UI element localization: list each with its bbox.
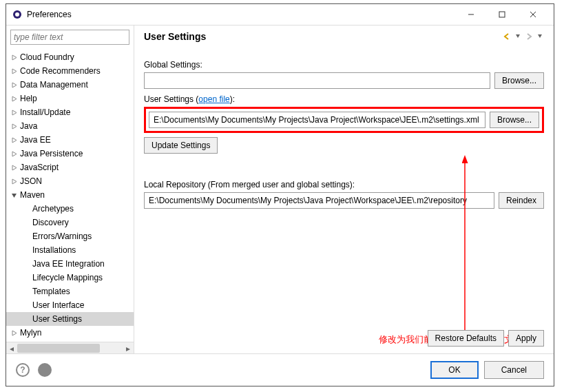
user-settings-label-prefix: User Settings ( [144, 94, 198, 104]
chevron-right-icon [21, 287, 31, 296]
page-header: User Settings [134, 25, 554, 48]
tree-item-mylyn[interactable]: Mylyn [6, 326, 134, 340]
tree-item-label: Java EE Integration [32, 259, 105, 269]
tree-item-help[interactable]: Help [6, 92, 134, 105]
svg-rect-3 [499, 12, 505, 17]
chevron-right-icon[interactable] [9, 121, 19, 131]
close-button[interactable] [517, 5, 548, 24]
tree-item-user-settings[interactable]: User Settings [6, 312, 134, 326]
local-repo-input[interactable] [144, 192, 494, 209]
local-repo-row: Reindex [144, 192, 544, 209]
tree-item-label: Install/Update [20, 107, 70, 117]
record-icon[interactable] [38, 363, 52, 377]
tree-item-java-ee[interactable]: Java EE [6, 133, 134, 147]
tree-item-label: User Settings [32, 314, 82, 324]
tree-item-javascript[interactable]: JavaScript [6, 161, 134, 174]
horizontal-scrollbar[interactable]: ◂ ▸ [6, 342, 134, 353]
user-settings-browse-button[interactable]: Browse... [490, 112, 539, 128]
global-settings-input[interactable] [144, 72, 490, 89]
tree-item-code-recommenders[interactable]: Code Recommenders [6, 64, 134, 78]
tree-item-label: JavaScript [20, 163, 59, 172]
chevron-down-icon[interactable] [9, 190, 19, 200]
tree-item-installations[interactable]: Installations [6, 243, 134, 257]
user-settings-input[interactable] [149, 112, 485, 128]
tree-item-label: Errors/Warnings [32, 231, 92, 241]
scroll-right-icon[interactable]: ▸ [123, 342, 134, 354]
forward-icon[interactable] [525, 32, 533, 41]
cancel-button[interactable]: Cancel [484, 361, 544, 379]
tree-item-label: Java [20, 121, 37, 131]
tree-item-templates[interactable]: Templates [6, 285, 134, 298]
chevron-right-icon[interactable] [9, 176, 19, 186]
tree-item-label: Code Recommenders [20, 66, 101, 76]
tree-item-java-persistence[interactable]: Java Persistence [6, 147, 134, 161]
chevron-right-icon [21, 273, 31, 282]
global-settings-row: Browse... [144, 72, 544, 89]
preferences-dialog: Preferences Cloud FoundryCode Recommende… [6, 3, 554, 386]
preferences-tree[interactable]: Cloud FoundryCode RecommendersData Manag… [6, 49, 134, 342]
chevron-right-icon[interactable] [9, 80, 19, 90]
tree-item-label: Discovery [32, 218, 69, 227]
chevron-right-icon [21, 204, 31, 214]
chevron-right-icon[interactable] [9, 135, 19, 145]
scrollbar-thumb[interactable] [17, 344, 100, 353]
titlebar: Preferences [6, 4, 554, 25]
page-title: User Settings [144, 31, 503, 42]
chevron-right-icon[interactable] [9, 66, 19, 76]
chevron-right-icon[interactable] [9, 94, 19, 103]
global-settings-browse-button[interactable]: Browse... [494, 72, 544, 89]
back-dropdown-icon[interactable] [514, 32, 522, 41]
tree-item-cloud-foundry[interactable]: Cloud Foundry [6, 50, 134, 64]
tree-item-java-ee-integration[interactable]: Java EE Integration [6, 257, 134, 271]
user-settings-label-suffix: ): [230, 94, 235, 104]
footer: ? OK Cancel [6, 353, 554, 386]
tree-item-label: Data Management [20, 80, 88, 90]
app-icon [12, 9, 23, 20]
maximize-button[interactable] [486, 5, 517, 24]
chevron-right-icon [21, 314, 31, 324]
tree-item-label: Lifecycle Mappings [32, 273, 103, 282]
filter-input[interactable] [10, 30, 129, 45]
chevron-right-icon [21, 245, 31, 255]
help-icon[interactable]: ? [16, 363, 30, 377]
tree-item-maven[interactable]: Maven [6, 188, 134, 202]
minimize-button[interactable] [455, 5, 486, 24]
tree-item-label: Help [20, 94, 37, 103]
forward-dropdown-icon[interactable] [536, 32, 544, 41]
tree-item-label: Java Persistence [20, 149, 83, 158]
chevron-right-icon[interactable] [9, 107, 19, 117]
update-settings-button[interactable]: Update Settings [144, 137, 218, 154]
local-repo-label: Local Repository (From merged user and g… [144, 180, 544, 189]
tree-item-json[interactable]: JSON [6, 174, 134, 188]
apply-button[interactable]: Apply [508, 330, 544, 347]
ok-button[interactable]: OK [430, 361, 478, 379]
tree-item-discovery[interactable]: Discovery [6, 216, 134, 229]
chevron-right-icon[interactable] [9, 52, 19, 62]
tree-item-user-interface[interactable]: User Interface [6, 298, 134, 312]
restore-defaults-button[interactable]: Restore Defaults [428, 330, 504, 347]
back-icon[interactable] [503, 32, 511, 41]
tree-item-install-update[interactable]: Install/Update [6, 105, 134, 119]
tree-item-archetypes[interactable]: Archetypes [6, 202, 134, 216]
reindex-button[interactable]: Reindex [499, 192, 544, 209]
chevron-right-icon[interactable] [9, 163, 19, 172]
tree-item-label: Archetypes [32, 204, 74, 214]
svg-point-1 [15, 12, 19, 17]
tree-item-label: Java EE [20, 135, 51, 145]
chevron-right-icon[interactable] [9, 149, 19, 158]
open-file-link[interactable]: open file [198, 94, 229, 104]
help-icons: ? [16, 363, 52, 377]
global-settings-label: Global Settings: [144, 60, 544, 70]
lower-buttons: Restore Defaults Apply [428, 330, 544, 347]
main-area: Cloud FoundryCode RecommendersData Manag… [6, 25, 554, 353]
scroll-left-icon[interactable]: ◂ [6, 342, 17, 354]
chevron-right-icon [21, 218, 31, 227]
tree-item-lifecycle-mappings[interactable]: Lifecycle Mappings [6, 271, 134, 285]
tree-item-errors-warnings[interactable]: Errors/Warnings [6, 229, 134, 243]
chevron-right-icon[interactable] [9, 328, 19, 338]
tree-item-label: Mylyn [20, 328, 41, 338]
tree-item-java[interactable]: Java [6, 119, 134, 133]
chevron-right-icon [21, 300, 31, 310]
chevron-right-icon [21, 259, 31, 269]
tree-item-data-management[interactable]: Data Management [6, 78, 134, 92]
